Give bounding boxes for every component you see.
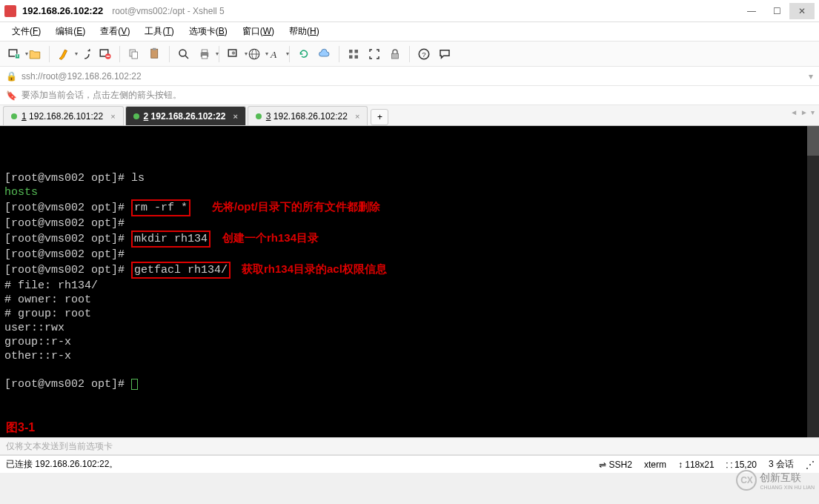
grid-button[interactable]	[344, 44, 363, 64]
status-connection: 已连接 192.168.26.102:22。	[6, 458, 118, 471]
hint-text: 要添加当前会话，点击左侧的箭头按钮。	[21, 89, 182, 102]
minimize-button[interactable]: —	[739, 3, 764, 19]
watermark-sub: CHUANG XIN HU LIAN	[760, 485, 815, 490]
close-button[interactable]: ✕	[789, 3, 815, 19]
highlighted-command: rm -rf *	[131, 199, 190, 216]
terminal-line: # file: rh134/	[4, 279, 815, 293]
svg-rect-14	[202, 50, 208, 53]
toolbar-separator	[119, 46, 120, 62]
status-size: ↕ 118x21	[678, 460, 714, 470]
terminal-line: user::rwx	[4, 321, 815, 335]
menu-window[interactable]: 窗口(W)	[236, 23, 280, 40]
tab-close-icon[interactable]: ×	[233, 112, 237, 121]
hint-bar: 🔖 要添加当前会话，点击左侧的箭头按钮。	[0, 86, 819, 105]
maximize-button[interactable]: ☐	[764, 3, 789, 19]
lock-button[interactable]	[385, 44, 405, 64]
tab-close-icon[interactable]: ×	[110, 112, 115, 121]
tab-next-icon[interactable]: ►	[800, 108, 808, 116]
send-placeholder: 仅将文本发送到当前选项卡	[6, 440, 113, 453]
print-button[interactable]: ▾	[195, 44, 214, 64]
watermark-logo-icon: CX	[736, 470, 757, 491]
svg-point-11	[179, 50, 186, 56]
svg-rect-6	[107, 56, 110, 57]
menu-view[interactable]: 查看(V)	[94, 23, 136, 40]
disconnect-button[interactable]	[96, 44, 115, 64]
tab-bar: 1 192.168.26.101:22 × 2 192.168.26.102:2…	[0, 105, 819, 126]
toolbar: +▾ ▾ ▾ ▾ ▾ A▾ ?	[0, 42, 819, 67]
properties-button[interactable]: ▾	[224, 44, 243, 64]
terminal-line: [root@vms002 opt]# getfacl rh134/获取rh134…	[4, 262, 815, 279]
terminal-line: other::r-x	[4, 349, 815, 363]
terminal-line: [root@vms002 opt]#	[4, 248, 815, 262]
menu-edit[interactable]: 编辑(E)	[50, 23, 91, 40]
svg-rect-10	[153, 47, 156, 50]
session-tab-1[interactable]: 1 192.168.26.101:22 ×	[3, 106, 124, 125]
terminal-line: [root@vms002 opt]# ls	[4, 171, 815, 185]
fullscreen-button[interactable]	[365, 44, 384, 64]
status-dot-icon	[256, 113, 262, 119]
encoding-button[interactable]: ▾	[245, 44, 264, 64]
reconnect-button[interactable]	[75, 44, 94, 64]
scroll-thumb[interactable]	[807, 126, 819, 156]
tab-close-icon[interactable]: ×	[355, 112, 359, 121]
open-session-button[interactable]	[25, 44, 44, 64]
svg-rect-23	[355, 50, 359, 53]
svg-rect-15	[202, 55, 208, 59]
menu-tab[interactable]: 选项卡(B)	[183, 23, 233, 40]
menu-bar: 文件(F) 编辑(E) 查看(V) 工具(T) 选项卡(B) 窗口(W) 帮助(…	[0, 22, 819, 42]
watermark: CX 创新互联 CHUANG XIN HU LIAN	[736, 470, 815, 491]
watermark-main: 创新互联	[760, 471, 815, 485]
terminal-line: group::r-x	[4, 335, 815, 349]
svg-text:?: ?	[422, 50, 426, 58]
svg-line-12	[185, 56, 188, 59]
cloud-button[interactable]	[315, 44, 334, 64]
svg-rect-24	[349, 55, 353, 59]
new-session-button[interactable]: +▾	[4, 44, 24, 64]
terminal-line: [root@vms002 opt]# rm -rf *先将/opt/目录下的所有…	[4, 199, 815, 216]
title-bar: 192.168.26.102:22 root@vms002:/opt - Xsh…	[0, 0, 819, 22]
window-title: 192.168.26.102:22	[22, 5, 103, 16]
toolbar-separator	[49, 46, 50, 62]
svg-rect-25	[355, 55, 359, 59]
highlight-button[interactable]: ▾	[54, 44, 73, 64]
tab-navigation: ◄ ► ▾	[790, 108, 815, 116]
toolbar-separator	[169, 46, 170, 62]
svg-point-17	[232, 51, 236, 55]
figure-label: 图3-1	[6, 420, 35, 434]
tab-prev-icon[interactable]: ◄	[790, 108, 798, 116]
terminal-line: hosts	[4, 185, 815, 199]
annotation-text: 先将/opt/目录下的所有文件都删除	[212, 199, 380, 213]
terminal-area[interactable]: [root@vms002 opt]# lshosts[root@vms002 o…	[0, 126, 819, 437]
bookmark-icon[interactable]: 🔖	[6, 90, 17, 101]
copy-button[interactable]	[125, 44, 144, 64]
find-button[interactable]	[174, 44, 193, 64]
session-tab-2[interactable]: 2 192.168.26.102:22 ×	[125, 106, 246, 125]
svg-rect-8	[132, 52, 138, 59]
menu-tools[interactable]: 工具(T)	[139, 23, 179, 40]
svg-point-3	[80, 50, 89, 59]
send-bar[interactable]: 仅将文本发送到当前选项卡	[0, 437, 819, 455]
status-term: xterm	[644, 460, 666, 470]
add-tab-button[interactable]: +	[371, 109, 388, 125]
font-button[interactable]: A▾	[265, 44, 285, 64]
menu-file[interactable]: 文件(F)	[6, 23, 47, 40]
feedback-button[interactable]	[435, 44, 454, 64]
toolbar-separator	[339, 46, 339, 62]
address-url[interactable]: ssh://root@192.168.26.102:22	[21, 71, 142, 82]
status-cursor: ⸬ 15,20	[726, 460, 757, 470]
menu-help[interactable]: 帮助(H)	[283, 23, 325, 40]
resize-grip-icon[interactable]: ⋰	[806, 460, 813, 470]
svg-text:A: A	[270, 48, 277, 59]
refresh-button[interactable]	[294, 44, 314, 64]
status-protocol: ⇌ SSH2	[599, 460, 632, 470]
tab-menu-icon[interactable]: ▾	[811, 108, 815, 116]
lock-icon: 🔒	[6, 71, 17, 82]
status-dot-icon	[11, 113, 17, 119]
session-tab-3[interactable]: 3 192.168.26.102:22 ×	[248, 106, 368, 125]
address-dropdown-icon[interactable]: ▾	[809, 71, 813, 82]
help-button[interactable]: ?	[414, 44, 434, 64]
paste-button[interactable]	[145, 44, 165, 64]
terminal-line: [root@vms002 opt]#	[4, 377, 815, 391]
svg-rect-9	[151, 49, 158, 58]
app-icon	[4, 5, 16, 17]
